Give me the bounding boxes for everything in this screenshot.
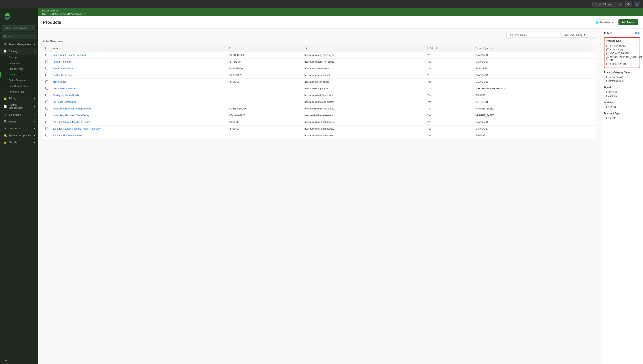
app-selector-area: Choose an Application ▼ — [0, 24, 38, 32]
product-link-11[interactable]: Bull Snort Cowboy Cayenne Pepper Hot Sau… — [53, 128, 101, 130]
filter-checkbox-pt-4[interactable] — [606, 62, 609, 65]
sidebar-item-commerce[interactable]: 🛒 Commerce ▶ — [0, 111, 38, 118]
filter-option-brand-0[interactable]: Blair's (3) — [604, 90, 640, 94]
is-active-value: Yes — [427, 87, 431, 90]
sidebar-item-processes-label: Processes — [9, 127, 20, 130]
row-checkbox-11[interactable] — [45, 127, 48, 130]
filter-checkbox-brand-1[interactable] — [604, 95, 607, 97]
product-link-7[interactable]: Hot Sauce Subscription — [53, 101, 76, 103]
row-checkbox-6[interactable] — [45, 94, 48, 96]
sidebar-item-catalog-label: Catalog — [9, 50, 17, 53]
filter-option-primary-category-0[interactable]: Hot Sauces (2) — [604, 75, 640, 79]
row-name-cell: Deathly Hot Sauce Bundle — [50, 92, 226, 99]
row-checkbox-3[interactable] — [45, 74, 48, 76]
th-is-active: Is Active? — [425, 45, 473, 52]
sidebar-item-categories[interactable]: Categories — [0, 60, 38, 66]
filter-option-brand-1[interactable]: Dave's (1) — [604, 94, 640, 98]
product-link-9[interactable]: Hawt Like a Habanero Shirt (Men's) — [53, 114, 89, 117]
name-sort-icon[interactable]: ⇅ — [60, 47, 62, 50]
filter-checkbox-pt-1[interactable] — [606, 48, 609, 51]
row-checkbox-7[interactable] — [45, 100, 48, 103]
sidebar-item-app-updates-label: Application Updates — [9, 134, 31, 137]
filter-option-product-type-1[interactable]: BUNDLE (2) — [606, 48, 638, 52]
product-link-12[interactable]: Bull Snort Hot Sauce Bundle — [53, 134, 82, 137]
product-type-sort-icon[interactable]: ⇅ — [491, 47, 492, 50]
refresh-button[interactable]: ↻ — [590, 32, 596, 38]
product-link-6[interactable]: Deathly Hot Sauce Bundle — [53, 94, 80, 97]
product-link-1[interactable]: Hoppin' Hot Sauce — [53, 60, 72, 63]
app-updates-icon: 🔔 — [4, 134, 7, 137]
sidebar-item-processes[interactable]: ⚙ Processes ▶ — [0, 125, 38, 132]
app-selector-button[interactable]: Choose an Application ▼ — [2, 26, 36, 31]
sidebar-item-tenant[interactable]: ⚙ Tenant Management ▶ — [0, 41, 38, 48]
sidebar-item-catalog[interactable]: 📋 Catalog ▼ — [0, 48, 38, 54]
sidebar-item-search[interactable]: 🔍 Search ▶ — [0, 118, 38, 125]
processes-icon: ⚙ — [4, 127, 7, 130]
filter-checkbox-discount-type-0[interactable] — [604, 117, 607, 120]
sidebar-filter-input[interactable] — [2, 34, 36, 39]
sku-sort-icon[interactable]: ⇅ — [235, 47, 236, 50]
sidebar-item-products[interactable]: Products — [0, 72, 38, 78]
sidebar-item-advanced-tags[interactable]: Advanced Tags — [0, 89, 38, 95]
product-link-4[interactable]: Green Ghost — [53, 80, 66, 83]
filter-by-name-input[interactable] — [506, 32, 560, 38]
filter-checkbox-brand-0[interactable] — [604, 91, 607, 94]
filter-option-product-type-2[interactable]: VARIANT_BASED (2) — [606, 52, 638, 55]
product-link-8[interactable]: Hawt Like a Habanero Shirt (Women's) — [53, 107, 92, 110]
product-link-5[interactable]: Merchandising Product — [53, 87, 76, 90]
filter-option-product-type-4[interactable]: SELECTOR (1) — [606, 62, 638, 66]
sidebar-item-pricing[interactable]: 💰 Pricing ▶ — [0, 95, 38, 102]
chevron-icon: ▶ — [34, 128, 35, 130]
filter-checkbox-attribute-0[interactable] — [604, 106, 607, 108]
product-link-2[interactable]: Sweet Death Sauce — [53, 67, 73, 70]
row-checkbox-12[interactable] — [45, 134, 48, 136]
sidebar-item-option-templates[interactable]: Option Templates — [0, 78, 38, 83]
user-icon-button[interactable]: 👤 — [634, 1, 640, 7]
hide-filters-button[interactable]: Hide — [635, 32, 640, 34]
row-checkbox-1[interactable] — [45, 60, 48, 63]
settings-icon-button[interactable]: ⚙ — [625, 1, 631, 7]
row-is-active-cell: Yes — [425, 52, 473, 58]
product-type-options: STANDARD (7) BUNDLE (2) VARIANT_BASED (2… — [606, 44, 638, 66]
sidebar-item-security[interactable]: 🔒 Security ▶ — [0, 139, 38, 146]
timezone-select[interactable]: America/Chicago — [592, 2, 623, 6]
sidebar-item-product-types[interactable]: Product Types — [0, 66, 38, 72]
row-checkbox-10[interactable] — [45, 120, 48, 123]
sidebar-item-catalogs[interactable]: Catalogs — [0, 54, 38, 60]
th-uri: Uri — [302, 45, 425, 52]
filter-option-product-type-3[interactable]: MERCHANDISING_PRODUCT (1) — [606, 55, 638, 62]
row-uri-cell: /merchandising-product — [302, 85, 425, 92]
sidebar-item-app-updates[interactable]: 🔔 Application Updates ▶ — [0, 132, 38, 139]
product-link-3[interactable]: Sudden Death Sauce — [53, 74, 74, 76]
catalog-selector[interactable]: HEAT_CLINIC_MASTER_CATALOG ▼ — [42, 12, 639, 16]
row-is-active-cell: Yes — [425, 126, 473, 132]
th-product-type: Product Type ⇅ — [473, 45, 596, 52]
row-checkbox-9[interactable] — [45, 114, 48, 116]
bulk-operations-button[interactable]: Bulk Operations ▼ — [562, 32, 588, 38]
translate-button[interactable]: 🌐 Translate ▼ — [593, 20, 616, 25]
sidebar-collapse-button[interactable]: ◀ — [3, 358, 9, 362]
filter-checkbox-pt-3[interactable] — [606, 58, 609, 60]
select-all-checkbox[interactable] — [45, 47, 48, 49]
filter-checkbox-pt-2[interactable] — [606, 52, 609, 55]
row-name-cell: Cool Cayenne Pepper Hot Sauce — [50, 52, 226, 58]
row-checkbox-0[interactable] — [45, 54, 48, 56]
filter-checkbox-pt-0[interactable] — [606, 44, 609, 47]
filter-checkbox-primary-category-1[interactable] — [604, 80, 607, 82]
sidebar-item-content[interactable]: 📄 Content Management ▶ — [0, 102, 38, 111]
row-checkbox-4[interactable] — [45, 80, 48, 83]
filter-option-discount-type-0[interactable]: On Sale (1) — [604, 116, 640, 120]
filter-option-attribute-0[interactable]: New (1) — [604, 105, 640, 109]
row-checkbox-2[interactable] — [45, 67, 48, 70]
add-product-button[interactable]: Add Product — [618, 19, 638, 25]
filter-checkbox-primary-category-0[interactable] — [604, 76, 607, 78]
filter-option-product-type-0[interactable]: STANDARD (7) — [606, 44, 638, 48]
option-templates-label: Option Templates — [9, 79, 27, 82]
row-sku-cell — [226, 85, 301, 92]
product-link-0[interactable]: Cool Cayenne Pepper Hot Sauce — [53, 54, 86, 56]
filter-option-primary-category-1[interactable]: Merchandise (2) — [604, 79, 640, 83]
product-link-10[interactable]: Bull Snort Smokin' Toncils Hot Sauce — [53, 121, 90, 124]
sidebar-item-data-driven-enums[interactable]: Data Driven Enums — [0, 83, 38, 89]
row-checkbox-5[interactable] — [45, 87, 48, 90]
row-checkbox-8[interactable] — [45, 107, 48, 110]
